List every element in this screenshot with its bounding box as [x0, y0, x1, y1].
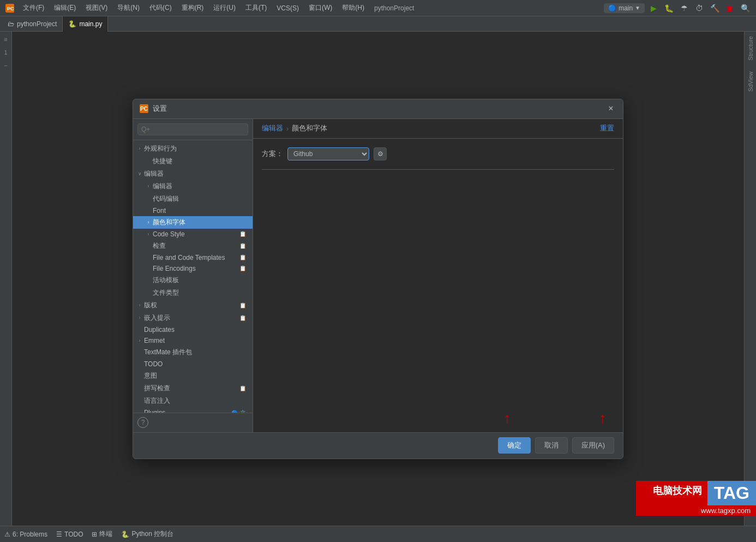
tree-item-10[interactable]: File Encodings📋 [133, 263, 253, 274]
menu-code[interactable]: 代码(C) [145, 2, 176, 14]
project-name: pythonProject [374, 4, 414, 12]
tree-item-20[interactable]: 拼写检查📋 [133, 382, 253, 395]
tab-project[interactable]: 🗁 pythonProject [2, 16, 63, 32]
tree-item-9[interactable]: File and Code Templates📋 [133, 252, 253, 263]
run-config-selector[interactable]: 🔵 main ▼ [604, 3, 645, 13]
dialog-body: ›外观和行为快捷键∨编辑器›编辑器代码编辑Font›颜色和字体›Code Sty… [133, 119, 623, 432]
tree-item-15[interactable]: Duplicates [133, 324, 253, 335]
tree-item-6[interactable]: ›颜色和字体 [133, 216, 253, 229]
tree-badge-8: 📋 [239, 243, 246, 249]
tree-label-1: 快捷键 [153, 157, 248, 166]
left-sidebar: ≡ 1 − [0, 32, 12, 526]
tree-item-8[interactable]: 检查📋 [133, 240, 253, 252]
sidebar-item-sdview[interactable]: SdView [747, 69, 754, 94]
problems-icon: ⚠ [4, 531, 10, 538]
scheme-select[interactable]: Github Darcula Monokai [287, 147, 369, 160]
coverage-button[interactable]: ☂ [677, 2, 691, 15]
sidebar-item-structure[interactable]: Structure [747, 34, 754, 63]
menu-file[interactable]: 文件(F) [19, 2, 49, 14]
tree-badge-7: 📋 [239, 231, 246, 237]
menu-refactor[interactable]: 重构(R) [177, 2, 208, 14]
tree-label-15: Duplicates [144, 326, 248, 333]
tree-item-16[interactable]: ›Emmet [133, 335, 253, 346]
menu-navigate[interactable]: 导航(N) [113, 2, 144, 14]
tree-label-0: 外观和行为 [144, 144, 248, 153]
tree-item-18[interactable]: TODO [133, 359, 253, 370]
tab-main-py[interactable]: 🐍 main.py [63, 16, 108, 32]
debug-button[interactable]: 🐛 [662, 2, 675, 15]
tree-item-4[interactable]: 代码编辑 [133, 193, 253, 205]
left-sidebar-icon-3[interactable]: − [1, 60, 11, 71]
tree-item-14[interactable]: ›嵌入提示📋 [133, 312, 253, 324]
tree-item-21[interactable]: 语言注入 [133, 395, 253, 407]
todo-tab[interactable]: ☰ TODO [56, 531, 83, 538]
left-sidebar-icon-1[interactable]: ≡ [1, 34, 11, 45]
tree-item-19[interactable]: 意图 [133, 370, 253, 382]
reset-button[interactable]: 重置 [600, 123, 614, 133]
tree-badge-14: 📋 [239, 315, 246, 321]
help-button[interactable]: ? [137, 417, 148, 428]
terminal-icon: ⊞ [92, 531, 97, 538]
breadcrumb-parent[interactable]: 编辑器 [262, 123, 283, 133]
ok-button[interactable]: 确定 [498, 437, 531, 454]
tree-badge-10: 📋 [239, 265, 246, 271]
tree-panel: ›外观和行为快捷键∨编辑器›编辑器代码编辑Font›颜色和字体›Code Sty… [133, 119, 253, 432]
watermark-url: www.tagxp.com [636, 505, 756, 516]
menu-view[interactable]: 视图(V) [81, 2, 112, 14]
dialog-footer: 确定 取消 应用(A) [133, 432, 623, 458]
dialog-title: 设置 [153, 104, 167, 114]
tree-arrow-6: › [144, 219, 153, 225]
bottom-bar: ⚠ 6: Problems ☰ TODO ⊞ 终端 🐍 Python 控制台 [0, 526, 756, 542]
tree-label-5: Font [153, 207, 248, 215]
tree-item-22[interactable]: Plugins🔵文 [133, 407, 253, 413]
tree-footer: ? [133, 413, 253, 432]
menu-edit[interactable]: 编辑(E) [50, 2, 80, 14]
menu-window[interactable]: 窗口(W) [304, 2, 337, 14]
terminal-tab[interactable]: ⊞ 终端 [92, 529, 112, 539]
tree-item-1[interactable]: 快捷键 [133, 155, 253, 168]
stop-button[interactable]: ◼ [723, 2, 736, 15]
dialog-close-button[interactable]: × [605, 103, 616, 114]
menu-run[interactable]: 运行(U) [209, 2, 240, 14]
tree-label-12: 文件类型 [153, 288, 248, 297]
tree-item-5[interactable]: Font [133, 205, 253, 216]
run-button[interactable]: ▶ [647, 2, 660, 15]
run-config-name: main [619, 4, 633, 12]
todo-label: TODO [64, 531, 83, 538]
menu-help[interactable]: 帮助(H) [338, 2, 369, 14]
scheme-row: 方案： Github Darcula Monokai ⚙ [262, 147, 614, 160]
tree-label-11: 活动模板 [153, 276, 248, 285]
tree-item-7[interactable]: ›Code Style📋 [133, 229, 253, 240]
menu-vcs[interactable]: VCS(S) [272, 3, 303, 13]
tree-item-3[interactable]: ›编辑器 [133, 180, 253, 193]
menu-bar: PC 文件(F) 编辑(E) 视图(V) 导航(N) 代码(C) 重构(R) 运… [0, 0, 756, 16]
python-console-tab[interactable]: 🐍 Python 控制台 [121, 529, 173, 539]
python-console-label: Python 控制台 [131, 529, 173, 539]
tree-item-11[interactable]: 活动模板 [133, 274, 253, 287]
problems-tab[interactable]: ⚠ 6: Problems [4, 531, 47, 538]
menu-tools[interactable]: 工具(T) [241, 2, 271, 14]
toolbar-right: 🔵 main ▼ ▶ 🐛 ☂ ⏱ 🔨 ◼ 🔍 [604, 2, 752, 15]
tree-label-20: 拼写检查 [144, 384, 239, 393]
cancel-button[interactable]: 取消 [535, 437, 568, 454]
tree-label-10: File Encodings [153, 265, 239, 272]
search-everywhere-button[interactable]: 🔍 [739, 2, 752, 15]
profile-button[interactable]: ⏱ [693, 2, 706, 15]
tree-item-13[interactable]: ›版权📋 [133, 299, 253, 312]
tree-search-input[interactable] [137, 123, 248, 135]
scheme-settings-button[interactable]: ⚙ [374, 147, 387, 160]
tree-badge-9: 📋 [239, 254, 246, 260]
left-sidebar-icon-2[interactable]: 1 [1, 47, 11, 58]
tree-item-2[interactable]: ∨编辑器 [133, 168, 253, 180]
tree-item-12[interactable]: 文件类型 [133, 287, 253, 299]
content-header: 编辑器 › 颜色和字体 重置 [253, 119, 623, 139]
tree-arrow-14: › [135, 315, 144, 320]
tree-label-22: Plugins [144, 409, 231, 413]
tree-item-17[interactable]: TextMate 插件包 [133, 346, 253, 359]
build-button[interactable]: 🔨 [708, 2, 721, 15]
tree-item-0[interactable]: ›外观和行为 [133, 142, 253, 155]
dialog-overlay: PC 设置 × ›外观和行为快捷键∨编辑器›编辑器代码编辑Font›颜色和字体›… [12, 32, 744, 526]
tree-search-area [133, 119, 253, 140]
content-divider [262, 169, 614, 170]
apply-button[interactable]: 应用(A) [572, 437, 614, 454]
